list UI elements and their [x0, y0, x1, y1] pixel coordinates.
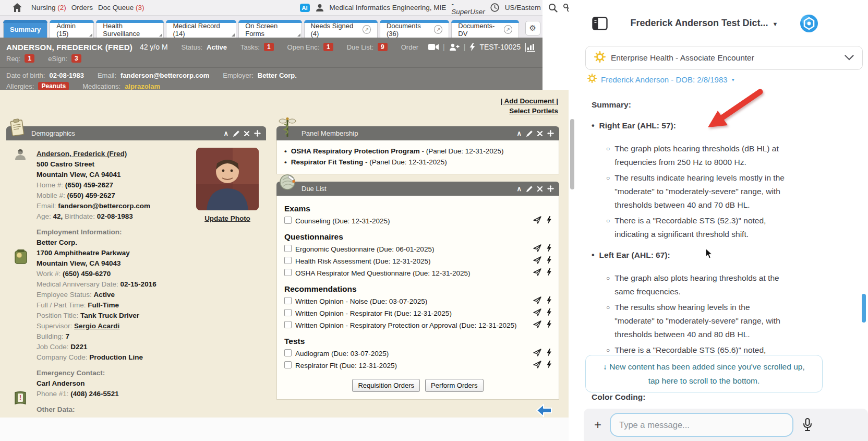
due-item-checkbox[interactable]: [284, 269, 292, 276]
chat-scrollbar-thumb[interactable]: [862, 294, 866, 323]
due-item-checkbox[interactable]: [284, 349, 292, 356]
open-enc-count-badge[interactable]: 1: [323, 43, 333, 51]
ai-badge-icon[interactable]: AI: [300, 4, 310, 12]
due-item-checkbox[interactable]: [284, 245, 292, 252]
person-icon: [14, 148, 29, 163]
close-icon[interactable]: [244, 131, 249, 136]
demographics-portlet-header[interactable]: Demographics ∧: [6, 126, 266, 140]
encounter-selector[interactable]: Enterprise Health - Associate Encounter: [585, 46, 863, 70]
mobile-phone: (650) 459-2627: [67, 192, 115, 199]
add-document-link[interactable]: | Add Document |: [500, 97, 558, 105]
tab-documents[interactable]: Documents (36)↗: [380, 20, 449, 38]
send-requisition-icon[interactable]: [533, 349, 541, 356]
demographics-portlet: Demographics ∧ Anderson, Frederick (Fred…: [6, 126, 266, 420]
perform-bolt-icon[interactable]: [547, 296, 551, 304]
send-requisition-icon[interactable]: [533, 361, 541, 368]
tab-on-screen-forms[interactable]: On Screen Forms: [238, 20, 302, 38]
microphone-icon[interactable]: [803, 418, 812, 432]
due-list-header[interactable]: Due List ∧: [276, 182, 559, 196]
panel-membership-header[interactable]: Panel Membership ∧: [276, 126, 559, 140]
send-requisition-icon[interactable]: [533, 244, 541, 252]
due-item-checkbox[interactable]: [284, 297, 292, 304]
search-icon[interactable]: [548, 3, 558, 13]
due-list-count-badge[interactable]: 9: [378, 43, 388, 51]
scrollbar-thumb[interactable]: [570, 119, 574, 189]
conversation-title-dropdown[interactable]: Frederick Anderson Test Dict...▼: [608, 18, 801, 29]
collapse-icon[interactable]: ∧: [516, 185, 522, 193]
ai-assistant-logo-icon[interactable]: [800, 14, 818, 33]
tab-needs-signed[interactable]: Needs Signed (4)↗: [304, 20, 378, 38]
perform-bolt-icon[interactable]: [547, 244, 551, 252]
clock-icon[interactable]: [490, 3, 500, 13]
attach-plus-button[interactable]: +: [594, 419, 601, 431]
medications-value[interactable]: alprazolam: [125, 82, 160, 90]
patient-name-link[interactable]: Anderson, Frederick (Fred): [37, 150, 127, 158]
collapse-icon[interactable]: ∧: [516, 129, 522, 137]
due-item-checkbox[interactable]: [284, 217, 292, 224]
allergy-badge[interactable]: Peanuts: [38, 82, 69, 90]
tasks-count-badge[interactable]: 1: [264, 43, 274, 51]
nav-orders[interactable]: Orders: [71, 4, 93, 11]
tab-settings-button[interactable]: ⚙: [525, 21, 540, 35]
req-count-badge[interactable]: 1: [25, 54, 34, 63]
send-requisition-icon[interactable]: [533, 308, 541, 316]
send-requisition-icon[interactable]: [533, 320, 541, 328]
nav-doc-queue[interactable]: Doc Queue (3): [98, 4, 144, 11]
collapse-icon[interactable]: ∧: [223, 129, 228, 137]
send-requisition-icon[interactable]: [533, 296, 541, 304]
due-item-checkbox[interactable]: [284, 361, 292, 368]
home-icon[interactable]: [13, 3, 22, 13]
add-person-icon[interactable]: [449, 43, 460, 51]
perform-bolt-icon[interactable]: [547, 320, 551, 328]
nav-nursing[interactable]: Nursing (2): [31, 4, 66, 11]
perform-bolt-icon[interactable]: [547, 256, 551, 264]
message-input[interactable]: [610, 413, 793, 437]
send-requisition-icon[interactable]: [533, 256, 541, 264]
update-photo-link[interactable]: Update Photo: [204, 213, 250, 224]
popout-icon[interactable]: ↗: [363, 25, 371, 34]
chart-graph-icon[interactable]: [525, 43, 536, 52]
send-requisition-icon[interactable]: [533, 268, 541, 276]
perform-bolt-icon[interactable]: [547, 349, 551, 356]
tab-medical-record[interactable]: Medical Record (14): [166, 20, 236, 38]
user-icon: [315, 3, 324, 13]
tab-health-surveillance[interactable]: Health Surveillance: [96, 20, 164, 38]
due-item-checkbox[interactable]: [284, 257, 292, 264]
popout-icon[interactable]: ↗: [504, 25, 512, 34]
patient-email: fanderson@bettercorp.com: [120, 71, 209, 79]
perform-bolt-icon[interactable]: [547, 268, 551, 276]
move-icon[interactable]: [547, 130, 554, 137]
edit-pencil-icon[interactable]: [526, 130, 533, 137]
send-requisition-icon[interactable]: [533, 216, 541, 224]
perform-bolt-icon[interactable]: [547, 361, 551, 368]
due-section-heading: Recommendations: [284, 284, 551, 294]
due-item-checkbox[interactable]: [284, 321, 292, 328]
tab-documents-dv[interactable]: Documents-DV↗: [451, 20, 519, 38]
close-icon[interactable]: [537, 186, 542, 192]
perform-bolt-icon[interactable]: [547, 216, 551, 224]
move-icon[interactable]: [254, 130, 261, 137]
new-content-toast[interactable]: ↓ New content has been added since you'v…: [585, 355, 823, 392]
collapse-chat-arrow-icon[interactable]: [535, 403, 553, 418]
move-icon[interactable]: [547, 185, 554, 192]
edit-pencil-icon[interactable]: [526, 186, 533, 192]
page-bottom-strip: [0, 418, 569, 441]
esign-count-badge[interactable]: 3: [71, 54, 81, 63]
perform-bolt-icon[interactable]: [547, 308, 551, 316]
order-link[interactable]: Order: [401, 43, 418, 51]
quick-action-bolt-icon[interactable]: [469, 43, 475, 51]
supervisor-link[interactable]: Sergio Acardi: [74, 322, 119, 330]
requisition-orders-button[interactable]: Requisition Orders: [352, 379, 420, 392]
edit-pencil-icon[interactable]: [233, 130, 239, 137]
popout-icon[interactable]: ↗: [434, 25, 442, 34]
sidebar-toggle-icon[interactable]: [592, 17, 608, 32]
emergency-contact-name: Carl Anderson: [37, 378, 261, 389]
close-icon[interactable]: [537, 131, 542, 136]
perform-orders-button[interactable]: Perform Orders: [425, 379, 484, 392]
patient-context-dropdown[interactable]: Frederick Anderson - DOB: 2/8/1983 ▾: [587, 74, 734, 85]
video-camera-icon[interactable]: [428, 43, 439, 51]
tab-admin[interactable]: Admin (15): [50, 20, 94, 38]
tab-summary[interactable]: Summary: [3, 20, 47, 38]
due-item-checkbox[interactable]: [284, 309, 292, 316]
select-portlets-link[interactable]: Select Portlets: [509, 107, 558, 115]
